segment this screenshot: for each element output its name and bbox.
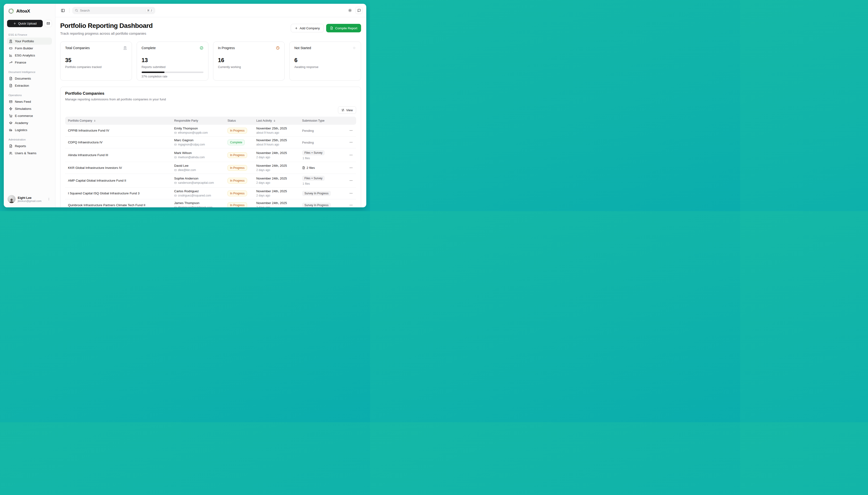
- inbox-button[interactable]: [45, 20, 52, 27]
- compile-report-button[interactable]: Compile Report: [326, 24, 361, 32]
- row-menu-button[interactable]: [348, 128, 354, 133]
- user-name: Eight Lee: [18, 196, 44, 200]
- contact-name: Mark Wilson: [174, 151, 222, 155]
- feedback-button[interactable]: [355, 7, 362, 14]
- table-row[interactable]: CPPIB Infrastructure Fund IV Emily Thomp…: [65, 125, 356, 137]
- building-icon: [9, 39, 13, 43]
- row-menu-button[interactable]: [348, 165, 354, 171]
- companies-title: Portfolio Companies: [65, 91, 356, 96]
- theme-toggle-button[interactable]: [347, 7, 354, 14]
- sidebar-item-simulations[interactable]: Simulations: [7, 105, 52, 112]
- message-square-icon: [357, 9, 361, 12]
- sidebar-item-documents[interactable]: Documents: [7, 75, 52, 82]
- sidebar-item-label: Extraction: [15, 84, 29, 87]
- user-email: jleekun@gmail.com: [18, 200, 44, 202]
- sidebar: AltoaX Quick Upload ESG & Finance: [4, 4, 55, 207]
- sidebar-item-news-feed[interactable]: News Feed: [7, 98, 52, 105]
- user-profile[interactable]: Eight Lee jleekun@gmail.com: [7, 194, 52, 204]
- column-responsible-party[interactable]: Responsible Party: [171, 119, 225, 122]
- sidebar-item-label: Your Portfolio: [15, 39, 34, 43]
- mail-icon: [174, 132, 177, 134]
- ellipsis-icon: [349, 166, 353, 170]
- sidebar-item-ecommerce[interactable]: E-commerce: [7, 112, 52, 119]
- sidebar-item-esg-analytics[interactable]: ESG Analytics: [7, 52, 52, 59]
- contact-email: dlee@kkr.com: [174, 168, 222, 172]
- trending-up-icon: [9, 61, 13, 64]
- ellipsis-icon: [349, 140, 353, 144]
- column-last-activity[interactable]: Last Activity: [253, 119, 299, 122]
- stat-title: Complete: [142, 46, 156, 50]
- table-row[interactable]: KKR Global Infrastructure Investors IV D…: [65, 162, 356, 174]
- activity-ago: 2 days ago: [256, 194, 297, 197]
- column-status[interactable]: Status: [225, 119, 253, 122]
- main-area: ⌘ J Portfolio Reporting Dashboard: [55, 4, 366, 207]
- activity-ago: 2 days ago: [256, 206, 297, 207]
- quick-upload-label: Quick Upload: [18, 22, 37, 25]
- page-title: Portfolio Reporting Dashboard: [60, 22, 153, 30]
- mail-icon: [9, 100, 13, 103]
- contact-name: Sophie Anderson: [174, 177, 222, 180]
- submission-type-pill: Files + Survey: [302, 176, 325, 181]
- row-menu-button[interactable]: [348, 178, 354, 183]
- row-menu-button[interactable]: [348, 191, 354, 196]
- companies-table: Portfolio Company Responsible Party Stat…: [65, 117, 356, 207]
- portfolio-companies-card: Portfolio Companies Manage reporting sub…: [60, 87, 361, 207]
- submission-type: Pending: [302, 129, 314, 133]
- arrow-down-icon: [273, 119, 276, 122]
- file-text-icon: [9, 84, 13, 87]
- section-label: Operations: [7, 94, 52, 97]
- column-portfolio-company[interactable]: Portfolio Company: [65, 119, 171, 122]
- sidebar-item-logistics[interactable]: Logistics: [7, 126, 52, 133]
- section-label: Administration: [7, 138, 52, 141]
- submission-files-count: 1 files: [302, 182, 343, 185]
- row-menu-button[interactable]: [348, 152, 354, 158]
- stat-card-total-companies: Total Companies 35 Portfolio companies t…: [60, 41, 132, 81]
- submission-type-pill: Survey In Progress: [302, 191, 331, 196]
- more-vertical-icon: [47, 198, 51, 201]
- search-input[interactable]: [80, 9, 143, 12]
- search-shortcut: ⌘ J: [145, 8, 154, 13]
- file-text-icon: [9, 77, 13, 80]
- activity-date: November 24th, 2025: [256, 189, 297, 193]
- table-row[interactable]: CDPQ Infraestructura IV Marc Gagnon mgag…: [65, 137, 356, 148]
- table-row[interactable]: AMP Capital Global Infrastructure Fund I…: [65, 174, 356, 188]
- sidebar-item-your-portfolio[interactable]: Your Portfolio: [7, 37, 52, 45]
- table-row[interactable]: Alinda Infrastructure Fund III Mark Wils…: [65, 148, 356, 162]
- status-badge: In Progress: [228, 152, 247, 158]
- sidebar-item-form-builder[interactable]: Form Builder: [7, 45, 52, 52]
- activity-ago: about 9 hours ago: [256, 143, 297, 146]
- table-row[interactable]: I Squared Capital ISQ Global Infrastruct…: [65, 188, 356, 199]
- view-button[interactable]: View: [338, 106, 356, 114]
- sidebar-item-users-teams[interactable]: Users & Teams: [7, 150, 52, 157]
- row-menu-button[interactable]: [348, 140, 354, 145]
- company-name: I Squared Capital ISQ Global Infrastruct…: [65, 190, 171, 197]
- activity-date: November 24th, 2025: [256, 151, 297, 155]
- completion-progress-bar: [142, 71, 203, 73]
- mail-icon: [174, 143, 177, 146]
- users-icon: [9, 151, 13, 155]
- sidebar-item-academy[interactable]: Academy: [7, 119, 52, 126]
- truck-icon: [9, 128, 13, 132]
- quick-upload-button[interactable]: Quick Upload: [7, 20, 43, 27]
- add-company-button[interactable]: Add Company: [291, 24, 324, 32]
- company-name: CPPIB Infrastructure Fund IV: [65, 127, 171, 134]
- search-box[interactable]: ⌘ J: [72, 7, 155, 14]
- contact-name: Emily Thompson: [174, 126, 222, 130]
- company-name: Alinda Infrastructure Fund III: [65, 151, 171, 159]
- sidebar-item-extraction[interactable]: Extraction: [7, 82, 52, 89]
- sun-icon: [348, 8, 352, 12]
- page-subtitle: Track reporting progress across all port…: [60, 31, 153, 35]
- sidebar-item-finance[interactable]: Finance: [7, 59, 52, 66]
- sidebar-toggle-button[interactable]: [59, 7, 66, 14]
- stat-value: 35: [65, 57, 127, 64]
- page-content: Portfolio Reporting Dashboard Track repo…: [55, 17, 366, 207]
- nav-section-operations: Operations News Feed Simulations E-comme…: [7, 94, 52, 133]
- row-menu-button[interactable]: [348, 202, 354, 207]
- activity-ago: 2 days ago: [256, 181, 297, 185]
- sidebar-item-reports[interactable]: Reports: [7, 142, 52, 150]
- table-row[interactable]: Quinbrook Infrastructure Partners Climat…: [65, 199, 356, 207]
- column-submission-type[interactable]: Submission Type: [299, 119, 346, 122]
- user-menu-button[interactable]: [46, 197, 51, 202]
- completion-rate-label: 37% completion rate: [142, 75, 203, 78]
- altoax-logo-icon: [8, 8, 14, 14]
